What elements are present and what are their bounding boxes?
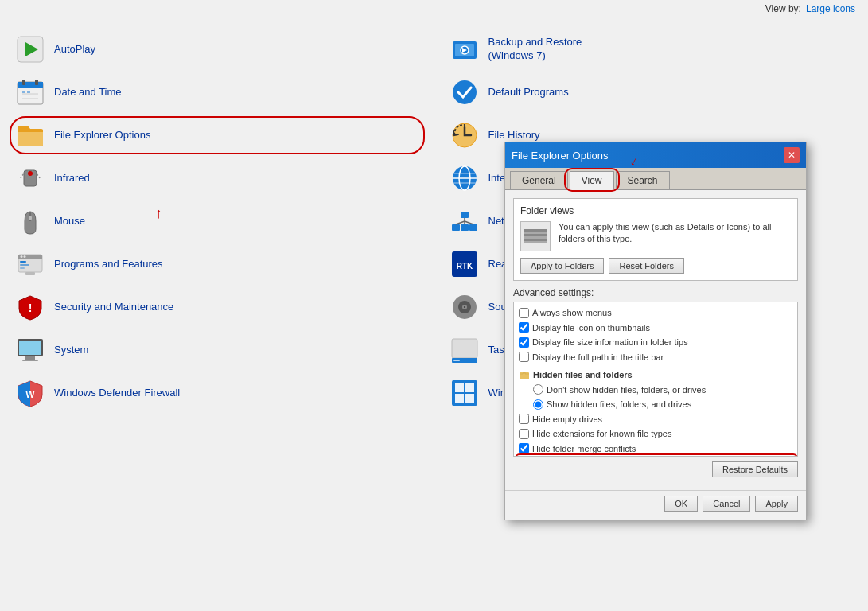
svg-rect-9: [27, 91, 30, 93]
svg-line-44: [465, 221, 473, 224]
adv-show-hidden: Show hidden files, folders, and drives: [517, 397, 796, 412]
security-label: Security and Maintenance: [54, 301, 173, 314]
restore-defaults-row: Restore Defaults: [513, 461, 798, 477]
file-history-icon: [449, 119, 481, 151]
adv-hide-folder-merge: Hide folder merge conflicts: [517, 442, 796, 457]
svg-rect-20: [20, 267, 25, 269]
autoplay-icon: [14, 33, 46, 65]
cancel-button[interactable]: Cancel: [703, 496, 750, 512]
tab-search[interactable]: Search: [616, 171, 670, 189]
svg-rect-53: [453, 360, 460, 361]
folder-views-icon: [520, 221, 551, 251]
adv-hidden-files-group: Hidden files and folders: [517, 368, 796, 383]
cp-left-column: AutoPlay Date and Time: [0, 29, 434, 414]
default-programs-label: Default Programs: [488, 86, 569, 99]
cp-item-system[interactable]: System: [8, 329, 426, 371]
tab-general[interactable]: General: [510, 171, 568, 189]
svg-point-16: [21, 255, 23, 258]
backup-label: Backup and Restore(Windows 7): [488, 36, 582, 63]
apply-to-folders-button[interactable]: Apply to Folders: [520, 258, 604, 274]
advanced-settings-label: Advanced settings:: [513, 287, 798, 298]
cp-item-datetime[interactable]: Date and Time: [8, 72, 426, 113]
realtek-icon: RTK: [449, 248, 481, 280]
mouse-icon: [14, 205, 46, 237]
cp-item-default-programs[interactable]: Default Programs: [442, 72, 861, 113]
folder-views-description: You can apply this view (such as Details…: [559, 221, 791, 246]
restore-defaults-button[interactable]: Restore Defaults: [712, 461, 798, 477]
cp-item-windows-defender[interactable]: W Windows Defender Firewall: [8, 372, 426, 414]
cp-item-security[interactable]: ! Security and Maintenance: [8, 286, 426, 328]
infrared-icon: [14, 162, 46, 194]
checkbox-display-file-icon[interactable]: [519, 322, 529, 333]
tab-search-label: Search: [628, 175, 658, 186]
svg-rect-19: [20, 264, 29, 266]
svg-rect-55: [455, 383, 464, 392]
svg-rect-18: [20, 261, 26, 263]
ok-button[interactable]: OK: [664, 496, 698, 512]
reset-folders-button[interactable]: Reset Folders: [609, 258, 683, 274]
apply-button[interactable]: Apply: [755, 496, 798, 512]
view-by-label: View by:: [765, 3, 801, 14]
dialog-close-button[interactable]: ✕: [784, 147, 800, 163]
datetime-label: Date and Time: [54, 86, 122, 99]
windows-defender-icon: W: [14, 377, 46, 409]
checkbox-always-show-menus[interactable]: [519, 308, 529, 318]
dialog-tabs: General View ↓ Search: [505, 168, 806, 190]
folder-views-section: Folder views You can apply this view (su…: [513, 198, 798, 281]
checkbox-hide-folder-merge[interactable]: [519, 443, 529, 453]
dialog-footer: OK Cancel Apply: [505, 490, 806, 520]
svg-rect-3: [18, 82, 43, 88]
cp-item-programs[interactable]: Programs and Features: [8, 243, 426, 285]
advanced-list[interactable]: Always show menus Display file icon on t…: [514, 302, 797, 456]
svg-rect-4: [22, 80, 25, 85]
file-history-label: File History: [488, 129, 540, 142]
dialog-title: File Explorer Options: [512, 150, 608, 162]
cp-item-mouse[interactable]: Mouse: [8, 200, 426, 242]
svg-rect-8: [22, 91, 25, 93]
checkbox-display-file-size[interactable]: [519, 337, 529, 348]
svg-rect-64: [524, 241, 547, 243]
taskbar-icon: [449, 334, 481, 366]
adv-display-file-icon: Display file icon on thumbnails: [517, 321, 796, 336]
adv-display-full-path: Display the full path in the title bar: [517, 350, 796, 365]
dialog-body: Folder views You can apply this view (su…: [505, 190, 806, 490]
radio-show-hidden[interactable]: [533, 399, 543, 410]
svg-point-17: [24, 255, 26, 258]
svg-rect-58: [465, 394, 474, 403]
checkbox-hide-empty-drives[interactable]: [519, 414, 529, 424]
tab-view-label: View: [582, 175, 602, 186]
svg-rect-40: [469, 224, 477, 231]
cp-item-file-explorer[interactable]: File Explorer Options: [8, 115, 426, 156]
svg-rect-57: [455, 394, 464, 403]
radio-dont-show-hidden[interactable]: [533, 384, 543, 395]
windows-to-go-icon: [449, 377, 481, 409]
system-icon: [14, 334, 46, 366]
view-by-value[interactable]: Large icons: [806, 3, 855, 14]
folder-views-buttons: Apply to Folders Reset Folders: [520, 258, 791, 274]
svg-rect-38: [461, 224, 469, 231]
svg-rect-21: [25, 272, 35, 275]
checkbox-hide-extensions[interactable]: [519, 429, 529, 439]
datetime-icon: [14, 76, 46, 108]
adv-display-file-size: Display file size information in folder …: [517, 335, 796, 350]
cp-item-infrared[interactable]: Infrared: [8, 158, 426, 199]
svg-point-13: [29, 216, 32, 220]
programs-label: Programs and Features: [54, 258, 163, 271]
adv-dont-show-hidden: Don't show hidden files, folders, or dri…: [517, 383, 796, 398]
dialog-titlebar: File Explorer Options ✕: [505, 142, 806, 168]
tab-view[interactable]: View ↓: [570, 171, 614, 190]
svg-text:W: W: [25, 389, 35, 400]
adv-hide-extensions: Hide extensions for known file types: [517, 426, 796, 442]
cp-item-backup[interactable]: Backup and Restore(Windows 7): [442, 29, 861, 70]
tab-general-label: General: [522, 175, 556, 186]
backup-icon: [449, 33, 481, 65]
checkbox-display-full-path[interactable]: [519, 352, 529, 362]
cp-item-autoplay[interactable]: AutoPlay: [8, 29, 426, 70]
svg-rect-26: [22, 360, 38, 361]
default-programs-icon: [449, 76, 481, 108]
svg-rect-41: [461, 212, 469, 218]
folder-views-content: You can apply this view (such as Details…: [520, 221, 791, 251]
svg-point-31: [453, 80, 477, 104]
adv-hide-empty-drives: Hide empty drives: [517, 412, 796, 427]
svg-point-50: [464, 306, 465, 308]
